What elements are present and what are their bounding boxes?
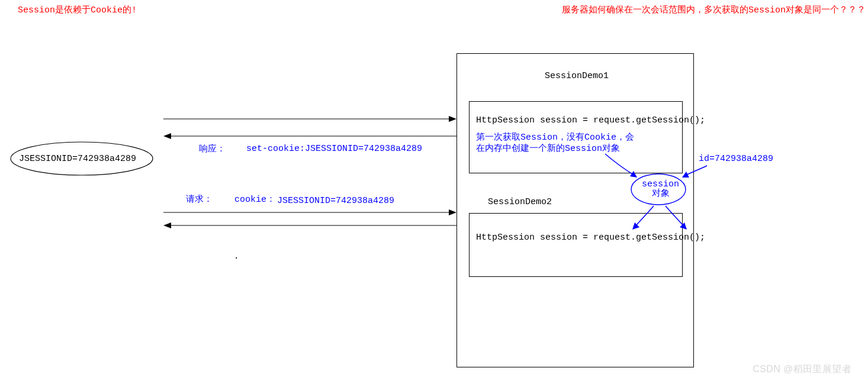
arrow-session-to-demo2-icon <box>630 204 660 232</box>
request-label: 请求： <box>186 193 213 205</box>
response-header: set-cookie:JSESSIONID=742938a4289 <box>246 144 422 154</box>
watermark-text: CSDN @稻田里展望者 <box>753 363 851 376</box>
arrow-response-left <box>163 133 456 140</box>
stray-dot: . <box>234 251 239 261</box>
arrow-bottom-left <box>163 222 456 229</box>
arrow-request-right <box>163 209 456 216</box>
sessiondemo1-code: HttpSession session = request.getSession… <box>476 115 705 125</box>
heading-left: Session是依赖于Cookie的! <box>18 4 137 15</box>
heading-right: 服务器如何确保在一次会话范围内，多次获取的Session对象是同一个？？？ <box>562 4 866 15</box>
sessiondemo1-note-line1: 第一次获取Session，没有Cookie，会 <box>476 131 634 143</box>
svg-marker-2 <box>449 116 456 122</box>
sessiondemo2-title: SessionDemo2 <box>488 197 552 207</box>
session-object-line2: 对象 <box>642 189 679 199</box>
request-cookie-label: cookie： <box>234 193 275 205</box>
svg-marker-6 <box>449 209 456 215</box>
response-label: 响应： <box>199 143 226 154</box>
svg-marker-10 <box>630 171 637 178</box>
client-cookie-text: JSESSIONID=742938a4289 <box>19 154 136 164</box>
sessiondemo1-note-line2: 在内存中创建一个新的Session对象 <box>476 143 620 154</box>
svg-marker-13 <box>680 222 687 230</box>
session-object-text: session 对象 <box>642 180 679 199</box>
arrow-session-down-right-icon <box>661 204 690 232</box>
sessiondemo2-code: HttpSession session = request.getSession… <box>476 233 705 243</box>
svg-marker-12 <box>632 222 639 230</box>
session-id-label: id=742938a4289 <box>699 154 773 164</box>
svg-marker-11 <box>682 172 689 178</box>
svg-marker-8 <box>163 222 171 228</box>
arrow-top-right <box>163 115 456 122</box>
arrow-note-to-session-icon <box>603 151 644 181</box>
request-cookie-value: JSESSIONID=742938a4289 <box>277 196 394 206</box>
session-object-line1: session <box>642 180 679 189</box>
sessiondemo1-title: SessionDemo1 <box>545 71 609 81</box>
svg-marker-4 <box>163 133 171 139</box>
arrow-id-to-session-icon <box>680 163 709 181</box>
